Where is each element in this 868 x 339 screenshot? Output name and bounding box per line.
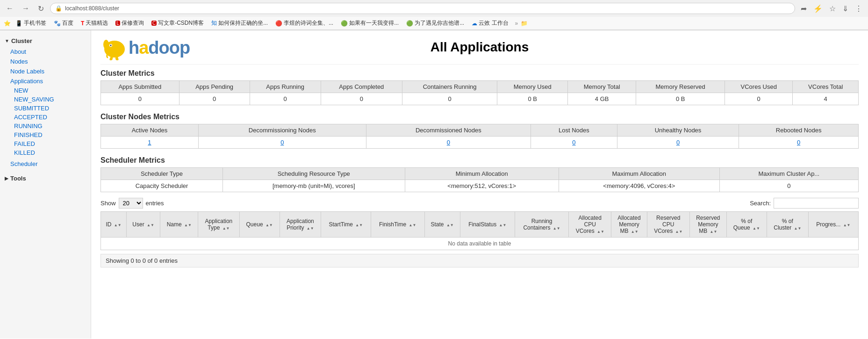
page-title: All Applications: [430, 40, 529, 55]
bookmark-yunxiao[interactable]: ☁ 云效 工作台: [469, 18, 511, 28]
share-icon[interactable]: ➦: [799, 3, 809, 14]
sort-final-icon: ▲▼: [499, 223, 507, 227]
search-input[interactable]: [774, 198, 859, 209]
sort-state-icon: ▲▼: [446, 223, 454, 227]
col-decommissioned-nodes: Decommissioned Nodes: [366, 124, 531, 137]
th-alloc-memory[interactable]: AllocatedMemoryMB ▲▼: [611, 212, 647, 238]
reload-button[interactable]: ↻: [36, 3, 46, 14]
sort-app-type-icon: ▲▼: [222, 226, 230, 231]
th-finish-time[interactable]: FinishTime ▲▼: [371, 212, 424, 238]
sidebar-cluster-section: ▼ Cluster About Nodes Node Labels Applic…: [0, 35, 91, 157]
th-res-memory[interactable]: ReservedMemoryMB ▲▼: [690, 212, 727, 238]
col-containers-running: Containers Running: [402, 81, 497, 93]
th-res-cpu[interactable]: ReservedCPUVCores ▲▼: [647, 212, 689, 238]
sidebar-item-scheduler[interactable]: Scheduler: [0, 159, 91, 169]
th-app-priority[interactable]: ApplicationPriority ▲▼: [280, 212, 321, 238]
sidebar-item-failed[interactable]: FAILED: [0, 139, 91, 148]
entries-label: entries: [146, 200, 164, 207]
show-entries-select[interactable]: 20 50 100: [119, 198, 143, 209]
lightning-icon[interactable]: ⚡: [811, 3, 825, 14]
val-scheduling-resource: [memory-mb (unit=Mi), vcores]: [223, 180, 405, 192]
val-min-allocation: <memory:512, vCores:1>: [405, 180, 559, 192]
th-alloc-cpu[interactable]: AllocatedCPUVCores ▲▼: [569, 212, 611, 238]
th-name[interactable]: Name ▲▼: [160, 212, 198, 238]
val-active-nodes: 1: [101, 137, 199, 149]
decommissioned-nodes-link[interactable]: 0: [447, 139, 450, 146]
sidebar: ▼ Cluster About Nodes Node Labels Applic…: [0, 30, 91, 339]
sidebar-item-submitted[interactable]: SUBMITTED: [0, 104, 91, 113]
search-label: Search:: [750, 200, 771, 207]
sidebar-item-new[interactable]: NEW: [0, 86, 91, 95]
th-id[interactable]: ID ▲▼: [101, 212, 127, 238]
sidebar-item-nodes[interactable]: Nodes: [0, 57, 91, 66]
showing-info: Showing 0 to 0 of 0 entries: [100, 254, 859, 267]
sidebar-item-new-saving[interactable]: NEW_SAVING: [0, 95, 91, 104]
bookmark-mobile[interactable]: 📱 手机书签: [13, 18, 49, 28]
col-max-cluster: Maximum Cluster Ap...: [719, 168, 858, 180]
bookmarks-folder-icon: 📁: [521, 20, 528, 27]
sidebar-item-about[interactable]: About: [0, 47, 91, 57]
col-memory-total: Memory Total: [568, 81, 636, 93]
scheduler-metrics-title: Scheduler Metrics: [100, 156, 859, 165]
rebooted-nodes-link[interactable]: 0: [797, 139, 800, 146]
star-icon[interactable]: ☆: [827, 3, 838, 14]
menu-icon[interactable]: ⋮: [853, 3, 864, 14]
tools-label: Tools: [10, 175, 26, 182]
logo-area: hadoop: [100, 35, 190, 61]
th-pct-queue[interactable]: % ofQueue ▲▼: [726, 212, 767, 238]
decommissioning-nodes-link[interactable]: 0: [280, 139, 284, 146]
search-right: Search:: [750, 198, 859, 209]
sort-user-icon: ▲▼: [147, 223, 154, 227]
th-start-time[interactable]: StartTime ▲▼: [321, 212, 371, 238]
val-rebooted-nodes: 0: [739, 137, 859, 149]
bookmark-csdn[interactable]: C 写文章-CSDN博客: [149, 18, 207, 28]
th-pct-cluster[interactable]: % ofCluster ▲▼: [767, 212, 808, 238]
bookmark-baidu[interactable]: 🐾 百度: [51, 18, 76, 28]
th-running-containers[interactable]: RunningContainers ▲▼: [515, 212, 569, 238]
more-bookmarks[interactable]: »: [515, 20, 518, 27]
th-user[interactable]: User ▲▼: [126, 212, 160, 238]
forward-button[interactable]: →: [20, 3, 32, 14]
bookmark-zhi[interactable]: 知 如何保持正确的坐...: [208, 18, 271, 28]
sort-queue-icon: ▲▼: [265, 223, 273, 227]
apps-table-wrapper: ID ▲▼ User ▲▼ Name ▲▼ ApplicationType ▲▼…: [100, 211, 859, 250]
bookmark-tianmao[interactable]: T 天猫精选: [78, 18, 111, 28]
show-entries-left: Show 20 50 100 entries: [100, 198, 164, 209]
col-decommissioning-nodes: Decommissioning Nodes: [198, 124, 366, 137]
sort-pct-queue-icon: ▲▼: [753, 226, 760, 231]
sidebar-item-finished[interactable]: FINISHED: [0, 130, 91, 139]
address-bar[interactable]: 🔒 localhost:8088/cluster: [50, 3, 795, 14]
sort-alloc-cpu-icon: ▲▼: [597, 230, 604, 234]
active-nodes-link[interactable]: 1: [148, 139, 151, 146]
col-lost-nodes: Lost Nodes: [531, 124, 617, 137]
cluster-nodes-table: Active Nodes Decommissioning Nodes Decom…: [100, 124, 859, 149]
th-final-status[interactable]: FinalStatus ▲▼: [460, 212, 515, 238]
val-memory-reserved: 0 B: [636, 93, 725, 105]
sort-start-icon: ▲▼: [355, 223, 363, 227]
back-button[interactable]: ←: [4, 3, 16, 14]
sidebar-item-running[interactable]: RUNNING: [0, 122, 91, 130]
scheduler-metrics-table: Scheduler Type Scheduling Resource Type …: [100, 167, 859, 192]
lost-nodes-link[interactable]: 0: [572, 139, 575, 146]
th-app-type[interactable]: ApplicationType ▲▼: [198, 212, 239, 238]
sidebar-item-killed[interactable]: KILLED: [0, 148, 91, 157]
val-scheduler-type: Capacity Scheduler: [101, 180, 223, 192]
th-state[interactable]: State ▲▼: [424, 212, 460, 238]
download-icon[interactable]: ⇓: [840, 3, 850, 14]
val-apps-submitted: 0: [101, 93, 179, 105]
col-max-allocation: Maximum Allocation: [559, 168, 719, 180]
sidebar-cluster-header[interactable]: ▼ Cluster: [0, 35, 91, 47]
sidebar-item-accepted[interactable]: ACCEPTED: [0, 113, 91, 122]
sidebar-item-applications[interactable]: Applications: [0, 76, 91, 86]
sort-alloc-mem-icon: ▲▼: [631, 230, 638, 234]
val-decommissioned-nodes: 0: [366, 137, 531, 149]
th-queue[interactable]: Queue ▲▼: [239, 212, 280, 238]
bookmark-if[interactable]: 🟢 如果有一天我变得...: [338, 18, 402, 28]
sidebar-item-node-labels[interactable]: Node Labels: [0, 66, 91, 76]
th-progress[interactable]: Progres... ▲▼: [808, 212, 858, 238]
bookmark-liyu[interactable]: 🔴 李煜的诗词全集、...: [273, 18, 336, 28]
bookmark-repair[interactable]: L 保修查询: [113, 18, 147, 28]
sidebar-tools-header[interactable]: ▶ Tools: [0, 173, 91, 184]
bookmark-guitar[interactable]: 🟢 为了遇见你吉他谱...: [403, 18, 467, 28]
unhealthy-nodes-link[interactable]: 0: [676, 139, 680, 146]
